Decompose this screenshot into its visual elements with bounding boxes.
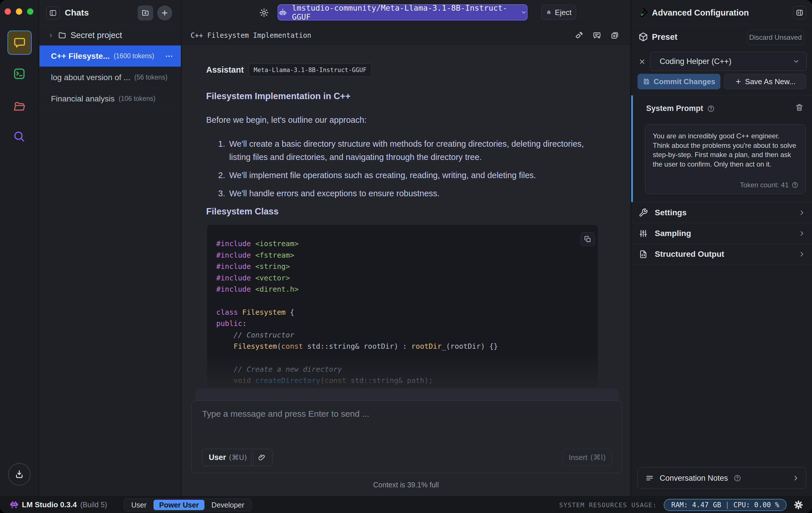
- chat-options-button[interactable]: [165, 52, 173, 60]
- copy-icon: [584, 236, 591, 243]
- sidebar-collapse-button[interactable]: [46, 6, 60, 20]
- code-line: // Constructor: [216, 329, 589, 341]
- lm-studio-logo: [10, 501, 19, 509]
- message-input[interactable]: [202, 409, 611, 443]
- insert-shortcut: (⌘I): [590, 453, 606, 462]
- role-selector-button[interactable]: User (⌘U): [202, 449, 254, 466]
- message-heading-1: Filesystem Implementation in C++: [206, 91, 350, 102]
- resources-usage-pill: RAM: 4.47 GB | CPU: 0.00 %: [664, 499, 787, 511]
- system-prompt-textarea[interactable]: You are an incredibly good C++ engineer.…: [645, 124, 806, 194]
- app-build: (Build 5): [80, 501, 107, 509]
- robot-icon: [278, 8, 287, 17]
- list-item: 1. We'll create a basic directory struct…: [215, 137, 592, 164]
- model-settings-button[interactable]: [257, 6, 271, 19]
- help-icon[interactable]: [707, 105, 715, 112]
- message-ordered-list: 1. We'll create a basic directory struct…: [215, 137, 592, 205]
- nav-chat-active[interactable]: [7, 31, 32, 55]
- commit-changes-button[interactable]: Commit Changes: [638, 74, 720, 89]
- window-minimize-button[interactable]: [16, 8, 22, 15]
- list-text: We'll implement file operations such as …: [229, 169, 536, 182]
- section-sampling[interactable]: Sampling: [631, 223, 812, 244]
- window-zoom-button[interactable]: [27, 8, 33, 15]
- chat-token-count: (56 tokens): [135, 74, 168, 81]
- code-content: #include <iostream>#include <fstream>#in…: [216, 238, 589, 386]
- chat-list-item[interactable]: log about version of ... (56 tokens): [39, 67, 181, 88]
- panel-collapse-button[interactable]: [793, 6, 806, 19]
- code-line: Filesystem(const std::string& rootDir) :…: [216, 341, 589, 352]
- sidebar-title: Chats: [65, 0, 89, 25]
- conversation-notes-button[interactable]: Conversation Notes: [638, 467, 806, 489]
- new-chat-button[interactable]: [157, 5, 172, 21]
- chat-main: lmstudio-community/Meta-Llama-3.1-8B-Ins…: [182, 0, 630, 496]
- folder-icon: [58, 31, 66, 40]
- ram-usage: RAM: 4.47 GB: [671, 501, 721, 509]
- trash-icon: [795, 103, 805, 112]
- discard-unsaved-button[interactable]: Discard Unsaved: [747, 30, 804, 45]
- window-close-button[interactable]: [5, 8, 11, 15]
- sidebar-header: Chats: [39, 0, 181, 25]
- list-item: 2. We'll implement file operations such …: [215, 169, 592, 182]
- folder-plus-icon: [141, 9, 149, 17]
- context-usage-status: Context is 39.1% full: [182, 481, 630, 489]
- clear-preset-button[interactable]: [637, 56, 647, 67]
- section-label: Settings: [655, 208, 687, 217]
- nav-discover[interactable]: [13, 130, 26, 143]
- flask-icon: [638, 7, 648, 18]
- save-as-new-label: Save As New...: [745, 77, 795, 86]
- new-folder-button[interactable]: [138, 5, 153, 21]
- attach-file-button[interactable]: [251, 449, 272, 466]
- terminal-icon: [13, 67, 26, 80]
- gear-icon: [259, 8, 269, 18]
- cleanup-chat-button[interactable]: [573, 29, 586, 42]
- chat-titlebar: C++ Filesystem Implementation: [182, 25, 630, 46]
- chat-title: C++ Filesyste...: [51, 52, 110, 61]
- resources-usage-label: SYSTEM RESOURCES USAGE:: [559, 502, 657, 509]
- chat-token-count: (1600 tokens): [114, 52, 154, 60]
- chat-list-item-selected[interactable]: C++ Filesyste... (1600 tokens): [39, 46, 181, 67]
- eject-model-button[interactable]: Eject: [541, 5, 576, 20]
- model-name: lmstudio-community/Meta-Llama-3.1-8B-Ins…: [292, 3, 516, 21]
- assistant-model-badge: Meta-Llama-3.1-8B-Instruct-GGUF: [249, 63, 372, 77]
- plus-icon: [735, 78, 742, 85]
- left-rail: [0, 0, 39, 496]
- mode-user[interactable]: User: [125, 500, 152, 510]
- model-topbar: lmstudio-community/Meta-Llama-3.1-8B-Ins…: [182, 0, 630, 25]
- downloads-button[interactable]: [8, 463, 31, 486]
- sidebar-folder-secret-project[interactable]: Secret project: [39, 25, 181, 46]
- notes-label: Conversation Notes: [660, 474, 728, 483]
- code-line: [216, 295, 589, 307]
- code-line: #include <vector>: [216, 272, 589, 284]
- list-text: We'll create a basic directory structure…: [229, 137, 592, 164]
- code-block: #include <iostream>#include <fstream>#in…: [207, 224, 598, 401]
- loaded-model-selector[interactable]: lmstudio-community/Meta-Llama-3.1-8B-Ins…: [278, 4, 527, 21]
- system-prompt-accent-bar: [631, 96, 633, 202]
- wrench-icon: [639, 208, 648, 217]
- code-line: void createDirectory(const std::string& …: [216, 375, 589, 386]
- download-icon: [14, 469, 25, 480]
- mode-developer[interactable]: Developer: [206, 500, 250, 510]
- nav-developer[interactable]: [13, 67, 26, 80]
- assistant-label: Assistant: [206, 65, 244, 75]
- chat-token-count: (106 tokens): [119, 95, 155, 103]
- code-line: #include <dirent.h>: [216, 284, 589, 295]
- code-line: #include <iostream>: [216, 238, 589, 250]
- list-item: 3. We'll handle errors and exceptions to…: [215, 187, 592, 200]
- section-structured-output[interactable]: Structured Output: [631, 244, 812, 265]
- folder-open-icon: [13, 100, 26, 113]
- copy-code-button[interactable]: [581, 232, 594, 246]
- mode-power-user[interactable]: Power User: [153, 500, 205, 510]
- section-settings[interactable]: Settings: [631, 202, 812, 223]
- mode-switcher: User Power User Developer: [124, 498, 252, 511]
- insert-button[interactable]: Insert (⌘I): [563, 449, 612, 466]
- nav-my-models[interactable]: [13, 100, 26, 113]
- preset-select[interactable]: Coding Helper (C++): [650, 52, 807, 71]
- code-line: #include <fstream>: [216, 250, 589, 261]
- help-icon[interactable]: [791, 182, 799, 188]
- delete-system-prompt-button[interactable]: [795, 103, 805, 113]
- chat-list-item[interactable]: Financial analysis (106 tokens): [39, 88, 181, 109]
- settings-gear-button[interactable]: [793, 500, 803, 510]
- system-prompt-section: System Prompt You are an incredibly good…: [631, 95, 812, 202]
- save-as-new-button[interactable]: Save As New...: [724, 74, 806, 89]
- duplicate-chat-button[interactable]: [608, 29, 621, 42]
- clear-conversation-button[interactable]: [590, 29, 604, 42]
